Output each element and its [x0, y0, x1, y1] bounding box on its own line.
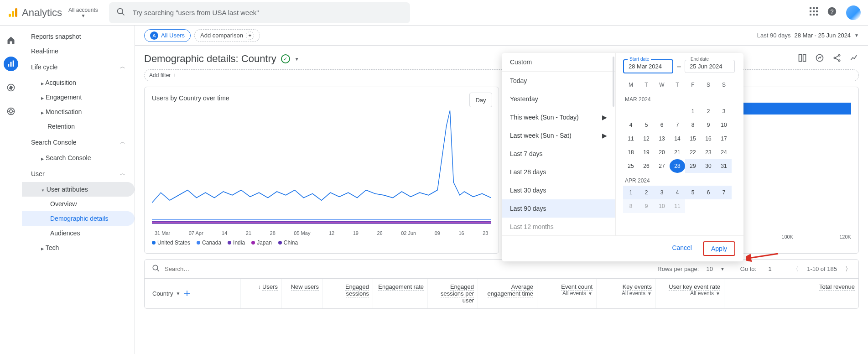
calendar-day[interactable]: 4: [670, 186, 685, 199]
preset-today[interactable]: Today: [502, 72, 615, 90]
calendar-day[interactable]: 14: [670, 132, 685, 146]
sidebar-monetisation[interactable]: ▶ Monetisation: [22, 104, 135, 119]
sidebar-search-console[interactable]: ▶ Search Console: [22, 151, 135, 165]
calendar-day[interactable]: 18: [623, 146, 639, 159]
th-engagement-rate[interactable]: Engagement rate: [373, 279, 427, 308]
help-icon[interactable]: ?: [827, 6, 837, 19]
calendar-day[interactable]: 21: [670, 146, 685, 159]
preset-yesterday[interactable]: Yesterday: [502, 90, 615, 108]
chip-all-users[interactable]: A All Users: [144, 29, 191, 42]
calendar-day[interactable]: 26: [639, 159, 654, 173]
legend-item[interactable]: China: [278, 239, 298, 246]
prev-page-icon[interactable]: 〈: [793, 265, 799, 273]
share-icon[interactable]: [832, 53, 842, 65]
calendar-day[interactable]: 10: [716, 118, 732, 132]
calendar-day[interactable]: 16: [701, 132, 716, 146]
preset-last28[interactable]: Last 28 days: [502, 163, 615, 181]
sidebar-demographic-details[interactable]: Demographic details: [22, 211, 135, 226]
th-user-key-event-rate[interactable]: User key event rateAll events ▼: [655, 279, 724, 308]
start-date-input[interactable]: Start date 28 Mar 2024: [623, 59, 673, 73]
calendar-day[interactable]: 10: [654, 199, 670, 213]
sidebar-section-search-console[interactable]: Search Console︿: [22, 134, 135, 151]
calendar-day[interactable]: 8: [623, 199, 639, 213]
logo-box[interactable]: Analytics: [7, 7, 62, 19]
calendar-day[interactable]: 20: [654, 146, 670, 159]
sidebar-tech[interactable]: ▶ Tech: [22, 240, 135, 255]
th-users[interactable]: ↓ Users: [240, 279, 281, 308]
calendar-day[interactable]: 9: [639, 199, 654, 213]
rail-advertising[interactable]: [4, 104, 18, 119]
sidebar-audiences[interactable]: Audiences: [22, 226, 135, 240]
legend-item[interactable]: India: [228, 239, 245, 246]
th-engaged-sessions-per-user[interactable]: Engaged sessions per user: [427, 279, 478, 308]
calendar-day[interactable]: 24: [716, 146, 732, 159]
th-total-revenue[interactable]: Total revenue: [724, 279, 858, 308]
caret-down-icon[interactable]: ▼: [720, 266, 725, 271]
rail-home[interactable]: [4, 33, 18, 47]
calendar-day[interactable]: 29: [685, 159, 701, 173]
rail-reports[interactable]: [4, 57, 18, 71]
calendar-day[interactable]: 1: [685, 104, 701, 118]
apply-button[interactable]: Apply: [703, 241, 735, 256]
th-engaged-sessions[interactable]: Engaged sessions: [322, 279, 373, 308]
end-date-input[interactable]: End date 25 Jun 2024: [685, 60, 735, 73]
calendar-day[interactable]: 25: [623, 159, 639, 173]
next-page-icon[interactable]: 〉: [845, 265, 851, 273]
customize-icon[interactable]: [798, 53, 807, 65]
sidebar-engagement[interactable]: ▶ Engagement: [22, 90, 135, 104]
preset-last90[interactable]: Last 90 days: [502, 199, 615, 218]
preset-last-week[interactable]: Last week (Sun - Sat)▶: [502, 126, 615, 145]
calendar-day[interactable]: 11: [670, 199, 685, 213]
date-range-picker-trigger[interactable]: Last 90 days 28 Mar - 25 Jun 2024 ▼: [757, 32, 859, 39]
legend-item[interactable]: Japan: [251, 239, 272, 246]
calendar-day[interactable]: 9: [701, 118, 716, 132]
sidebar-acquisition[interactable]: ▶ Acquisition: [22, 75, 135, 90]
th-country[interactable]: Country ▼: [145, 279, 240, 308]
scrollbar[interactable]: [613, 57, 614, 107]
sidebar-user-attributes[interactable]: ▼ User attributes: [22, 182, 135, 197]
calendar-day[interactable]: 23: [701, 146, 716, 159]
preset-last30[interactable]: Last 30 days: [502, 181, 615, 199]
preset-last7[interactable]: Last 7 days: [502, 145, 615, 163]
calendar-day[interactable]: 8: [685, 118, 701, 132]
calendar-day[interactable]: 19: [639, 146, 654, 159]
trend-icon[interactable]: [850, 53, 859, 65]
sidebar-realtime[interactable]: Real-time: [22, 44, 135, 58]
caret-down-icon[interactable]: ▼: [295, 57, 299, 62]
calendar-day[interactable]: 28: [670, 159, 685, 173]
rail-explore[interactable]: [4, 80, 18, 95]
calendar-day[interactable]: 3: [716, 104, 732, 118]
sidebar-section-user[interactable]: User︿: [22, 165, 135, 182]
cancel-button[interactable]: Cancel: [667, 241, 696, 256]
chip-add-comparison[interactable]: Add comparison +: [194, 29, 260, 42]
legend-item[interactable]: Canada: [197, 239, 221, 246]
insights-icon[interactable]: [815, 53, 824, 65]
th-key-events[interactable]: Key eventsAll events ▼: [596, 279, 655, 308]
calendar-day[interactable]: 6: [701, 186, 716, 199]
th-event-count[interactable]: Event countAll events ▼: [537, 279, 596, 308]
preset-last12m[interactable]: Last 12 months: [502, 218, 615, 235]
add-dimension-icon[interactable]: [183, 289, 192, 298]
user-avatar[interactable]: [846, 5, 861, 20]
sidebar-section-lifecycle[interactable]: Life cycle︿: [22, 58, 135, 75]
calendar-day[interactable]: 7: [670, 118, 685, 132]
legend-item[interactable]: United States: [152, 239, 190, 246]
calendar-day[interactable]: 6: [654, 118, 670, 132]
calendar-day[interactable]: 2: [701, 104, 716, 118]
calendar-day[interactable]: 2: [639, 186, 654, 199]
calendar-day[interactable]: 31: [716, 159, 732, 173]
calendar-day[interactable]: 12: [639, 132, 654, 146]
calendar-day[interactable]: 1: [623, 186, 639, 199]
calendar-day[interactable]: 30: [701, 159, 716, 173]
calendar-day[interactable]: 22: [685, 146, 701, 159]
calendar-day[interactable]: 27: [654, 159, 670, 173]
sidebar-reports-snapshot[interactable]: Reports snapshot: [22, 29, 135, 44]
calendar-day[interactable]: 5: [685, 186, 701, 199]
calendar-day[interactable]: 7: [716, 186, 732, 199]
calendar-day[interactable]: 4: [623, 118, 639, 132]
sidebar-overview[interactable]: Overview: [22, 197, 135, 211]
search-box[interactable]: Try searching "users from USA last week": [109, 2, 410, 23]
check-badge-icon[interactable]: ✓: [281, 54, 290, 63]
apps-grid-icon[interactable]: [810, 7, 818, 18]
calendar-day[interactable]: 5: [639, 118, 654, 132]
